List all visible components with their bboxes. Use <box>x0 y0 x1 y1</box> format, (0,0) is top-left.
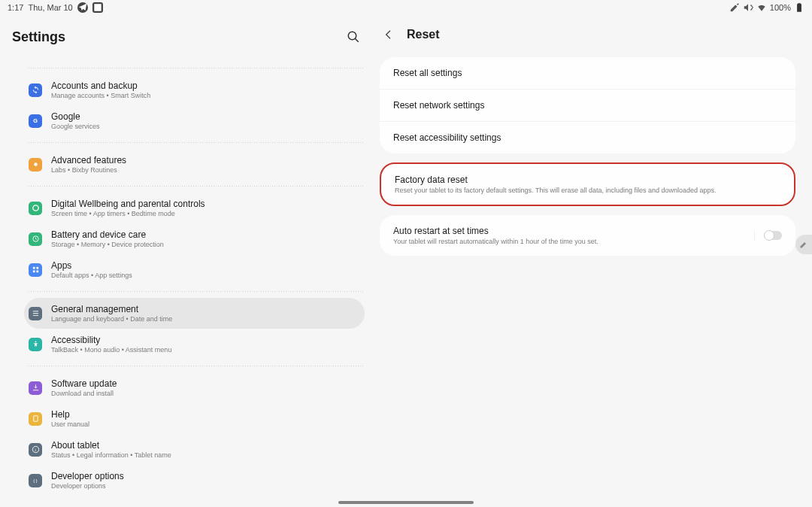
reset-options-card: Reset all settings Reset network setting… <box>380 57 795 153</box>
update-icon <box>29 381 42 395</box>
gm-icon <box>29 307 42 320</box>
wellbeing-icon <box>29 202 42 215</box>
svg-point-4 <box>32 205 38 211</box>
sidebar-item-sub: Labs • Bixby Routines <box>51 166 126 174</box>
page-title: Settings <box>12 29 65 45</box>
battery-icon <box>794 2 804 13</box>
sidebar-item-label: Help <box>51 409 89 420</box>
reset-network-label: Reset network settings <box>393 100 782 111</box>
svg-rect-7 <box>36 267 38 269</box>
svg-rect-9 <box>36 270 38 272</box>
auto-restart-row[interactable]: Auto restart at set times Your tablet wi… <box>393 226 754 245</box>
svg-text:{ }: { } <box>33 478 37 483</box>
sidebar-item-sub: Screen time • App timers • Bedtime mode <box>51 210 205 217</box>
nav-indicator[interactable] <box>338 501 474 504</box>
reset-accessibility-settings[interactable]: Reset accessibility settings <box>380 121 795 153</box>
status-bar: 1:17 Thu, Mar 10 100% <box>0 0 812 15</box>
factory-data-reset[interactable]: Factory data reset Reset your tablet to … <box>381 164 794 205</box>
chevron-left-icon <box>383 29 395 41</box>
reset-network-settings[interactable]: Reset network settings <box>380 89 795 121</box>
sidebar-item-label: Software update <box>51 378 117 389</box>
apps-icon <box>29 263 42 277</box>
status-time: 1:17 <box>8 3 23 12</box>
svg-point-0 <box>348 32 356 40</box>
battery-icon <box>29 232 42 246</box>
sidebar-item-label: General management <box>51 304 172 314</box>
sidebar-item-apps[interactable]: AppsDefault apps • App settings <box>24 254 365 285</box>
reset-all-settings[interactable]: Reset all settings <box>380 57 795 89</box>
sidebar-item-accounts-and-backup[interactable]: Accounts and backupManage accounts • Sma… <box>24 74 365 105</box>
mute-icon <box>743 2 753 13</box>
settings-sidebar: Settings Accounts and backupManage accou… <box>0 15 372 504</box>
svg-rect-6 <box>32 267 35 269</box>
pencil-icon <box>799 240 808 249</box>
sidebar-divider <box>29 366 365 366</box>
svg-rect-11 <box>33 416 38 421</box>
telegram-icon <box>77 2 88 13</box>
auto-restart-card: Auto restart at set times Your tablet wi… <box>380 215 795 256</box>
acc-icon <box>29 338 42 351</box>
svg-point-3 <box>34 162 38 166</box>
sidebar-item-sub: Default apps • App settings <box>51 272 132 279</box>
sidebar-item-sub: Storage • Memory • Device protection <box>51 241 164 248</box>
back-button[interactable] <box>380 26 398 44</box>
factory-reset-card: Factory data reset Reset your tablet to … <box>380 162 795 206</box>
svg-rect-8 <box>32 270 35 272</box>
svg-text:i: i <box>35 448 35 452</box>
status-date: Thu, Mar 10 <box>28 3 72 12</box>
pen-icon <box>729 2 740 13</box>
svg-text:G: G <box>33 117 38 124</box>
sidebar-item-general-management[interactable]: General managementLanguage and keyboard … <box>24 298 365 329</box>
dev-icon: { } <box>29 474 42 487</box>
sidebar-item-sub: Manage accounts • Smart Switch <box>51 92 150 99</box>
sidebar-item-digital-wellbeing-and-parental-controls[interactable]: Digital Wellbeing and parental controlsS… <box>24 193 365 223</box>
sidebar-item-sub: Status • Legal information • Tablet name <box>51 451 171 459</box>
reset-all-label: Reset all settings <box>393 68 782 78</box>
sidebar-item-accessibility[interactable]: AccessibilityTalkBack • Mono audio • Ass… <box>24 329 365 360</box>
g-icon: G <box>29 114 42 128</box>
sidebar-item-sub: User manual <box>51 420 89 428</box>
detail-pane: Reset Reset all settings Reset network s… <box>372 15 812 504</box>
svg-point-10 <box>35 341 36 342</box>
factory-title: Factory data reset <box>395 175 780 185</box>
sidebar-item-sub: TalkBack • Mono audio • Assistant menu <box>51 346 171 354</box>
sidebar-item-sub: Download and install <box>51 390 117 397</box>
sync-icon <box>29 83 42 97</box>
sidebar-item-sub: Language and keyboard • Date and time <box>51 315 172 323</box>
reset-accessibility-label: Reset accessibility settings <box>393 132 782 143</box>
help-icon <box>29 412 42 426</box>
sidebar-item-advanced-features[interactable]: Advanced featuresLabs • Bixby Routines <box>24 149 365 180</box>
sidebar-divider <box>29 291 365 292</box>
search-icon <box>347 30 360 44</box>
wifi-icon <box>756 2 767 13</box>
sidebar-item-label: Accessibility <box>51 335 171 345</box>
sidebar-item-battery-and-device-care[interactable]: Battery and device careStorage • Memory … <box>24 223 365 254</box>
search-button[interactable] <box>342 26 365 48</box>
sidebar-item-label: Battery and device care <box>51 229 164 240</box>
about-icon: i <box>29 443 42 457</box>
sidebar-item-software-update[interactable]: Software updateDownload and install <box>24 372 365 403</box>
svg-line-1 <box>355 38 359 42</box>
battery-percent: 100% <box>770 3 791 12</box>
auto-restart-toggle[interactable] <box>764 231 782 240</box>
sidebar-item-about-tablet[interactable]: iAbout tabletStatus • Legal information … <box>24 434 365 465</box>
sidebar-item-sub: Google services <box>51 123 100 130</box>
factory-sub: Reset your tablet to its factory default… <box>395 187 780 194</box>
star-icon <box>29 158 42 172</box>
sidebar-item-label: Developer options <box>51 471 124 481</box>
sidebar-item-label: Google <box>51 111 100 122</box>
sidebar-item-help[interactable]: HelpUser manual <box>24 403 365 434</box>
detail-title: Reset <box>407 28 440 41</box>
sidebar-item-developer-options[interactable]: { }Developer optionsDeveloper options <box>24 465 365 496</box>
auto-sub: Your tablet will restart automatically w… <box>393 238 754 245</box>
sidebar-item-label: Advanced features <box>51 155 126 165</box>
sidebar-item-label: Accounts and backup <box>51 80 150 91</box>
sidebar-item-google[interactable]: GGoogleGoogle services <box>24 105 365 136</box>
sidebar-item-label: Digital Wellbeing and parental controls <box>51 199 205 209</box>
sidebar-divider <box>29 142 365 143</box>
edge-panel-handle[interactable] <box>795 235 812 254</box>
sidebar-item-label: About tablet <box>51 440 171 451</box>
sidebar-item-sub: Developer options <box>51 482 124 490</box>
auto-title: Auto restart at set times <box>393 226 754 236</box>
sidebar-item-label: Apps <box>51 260 132 271</box>
